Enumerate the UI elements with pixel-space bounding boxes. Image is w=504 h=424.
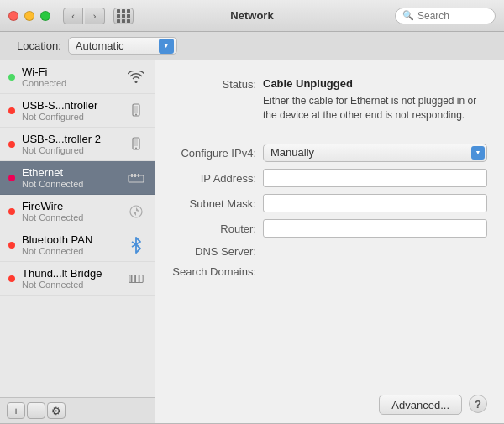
svg-rect-4 xyxy=(134,139,138,146)
status-dot-firewire xyxy=(8,208,15,215)
svg-rect-7 xyxy=(131,174,133,177)
router-input[interactable] xyxy=(263,219,487,238)
dns-label: DNS Server: xyxy=(172,244,256,258)
subnet-mask-input[interactable] xyxy=(263,194,487,212)
svg-rect-13 xyxy=(134,275,136,282)
sidebar-item-ethernet[interactable]: Ethernet Not Connected xyxy=(0,161,155,195)
router-row: Router: xyxy=(172,219,487,238)
status-section: Status: Cable Unplugged Either the cable… xyxy=(172,77,487,131)
maximize-button[interactable] xyxy=(40,11,50,21)
sidebar-item-firewire-status: Not Connected xyxy=(22,212,119,222)
search-icon: 🔍 xyxy=(402,10,414,21)
window-controls xyxy=(8,11,50,21)
sidebar-item-ethernet-name: Ethernet xyxy=(22,166,119,179)
apps-button[interactable] xyxy=(113,8,134,24)
status-description: Either the cable for Ethernet is not plu… xyxy=(263,94,487,123)
remove-network-button[interactable]: − xyxy=(27,402,45,419)
svg-point-5 xyxy=(135,147,137,149)
detail-panel: Status: Cable Unplugged Either the cable… xyxy=(155,60,504,423)
sidebar-toolbar: + − ⚙ xyxy=(0,397,155,423)
router-label: Router: xyxy=(172,222,256,235)
help-button[interactable]: ? xyxy=(469,395,487,413)
forward-button[interactable]: › xyxy=(85,8,105,24)
sidebar-item-thunderbolt[interactable]: Thund...lt Bridge Not Connected xyxy=(0,262,155,296)
search-domains-label: Search Domains: xyxy=(172,264,256,278)
ip-row: IP Address: xyxy=(172,169,487,187)
main-content: Wi-Fi Connected USB-S...ntroller xyxy=(0,60,504,423)
sidebar-item-wifi-name: Wi-Fi xyxy=(22,65,119,78)
status-dot-bluetooth xyxy=(8,242,15,249)
sidebar-item-usb2[interactable]: USB-S...troller 2 Not Configured xyxy=(0,128,155,161)
phone-icon-1 xyxy=(126,101,146,121)
sidebar-item-bluetooth-status: Not Connected xyxy=(22,246,119,256)
search-input[interactable] xyxy=(417,10,493,22)
svg-rect-8 xyxy=(134,174,136,177)
sidebar-item-usb2-status: Not Configured xyxy=(22,145,119,155)
bluetooth-icon xyxy=(126,235,146,255)
close-button[interactable] xyxy=(8,11,18,21)
subnet-row: Subnet Mask: xyxy=(172,194,487,212)
add-network-button[interactable]: + xyxy=(7,402,25,419)
search-bar[interactable]: 🔍 xyxy=(395,8,496,24)
status-dot-wifi xyxy=(8,74,15,81)
sidebar-item-usb1[interactable]: USB-S...ntroller Not Configured xyxy=(0,94,155,128)
svg-rect-1 xyxy=(134,106,138,113)
subnet-label: Subnet Mask: xyxy=(172,196,256,210)
firewire-icon xyxy=(126,202,146,222)
status-label: Status: xyxy=(172,77,256,91)
svg-point-2 xyxy=(135,113,137,115)
svg-rect-9 xyxy=(138,174,139,177)
sidebar-item-bluetooth[interactable]: Bluetooth PAN Not Connected xyxy=(0,228,155,262)
sidebar-item-wifi-status: Connected xyxy=(22,78,119,88)
sidebar-item-usb2-name: USB-S...troller 2 xyxy=(22,133,119,145)
sidebar-item-firewire-name: FireWire xyxy=(22,200,119,212)
titlebar: ‹ › Network 🔍 xyxy=(0,0,504,32)
location-select-wrap: Automatic Edit Locations... xyxy=(68,37,177,55)
configure-row: Configure IPv4: Manually Using DHCP Usin… xyxy=(172,144,487,162)
status-dot-thunderbolt xyxy=(8,275,15,282)
back-button[interactable]: ‹ xyxy=(63,8,83,24)
ip-label: IP Address: xyxy=(172,171,256,185)
sidebar: Wi-Fi Connected USB-S...ntroller xyxy=(0,60,155,423)
form-section: Configure IPv4: Manually Using DHCP Usin… xyxy=(172,144,487,378)
status-value: Cable Unplugged xyxy=(263,77,353,90)
status-dot-ethernet xyxy=(8,175,15,181)
nav-arrows: ‹ › xyxy=(63,8,105,24)
sidebar-list: Wi-Fi Connected USB-S...ntroller xyxy=(0,60,155,397)
sidebar-item-thunderbolt-name: Thund...lt Bridge xyxy=(22,267,119,280)
network-settings-button[interactable]: ⚙ xyxy=(47,402,66,419)
wifi-icon xyxy=(126,67,146,87)
sidebar-item-usb1-status: Not Configured xyxy=(22,112,119,122)
detail-action-buttons: Advanced... ? xyxy=(172,386,487,415)
phone-icon-2 xyxy=(126,134,146,154)
sidebar-item-usb1-name: USB-S...ntroller xyxy=(22,99,119,112)
status-row: Status: Cable Unplugged xyxy=(172,77,487,91)
location-label: Location: xyxy=(17,39,61,52)
status-dot-usb1 xyxy=(8,107,15,114)
configure-ipv4-select[interactable]: Manually Using DHCP Using DHCP with manu… xyxy=(263,144,487,162)
ethernet-icon xyxy=(126,168,146,188)
thunderbolt-icon xyxy=(126,269,146,289)
sidebar-item-bluetooth-name: Bluetooth PAN xyxy=(22,233,119,246)
sidebar-item-thunderbolt-status: Not Connected xyxy=(22,280,119,290)
svg-rect-14 xyxy=(139,275,140,282)
dns-row: DNS Server: xyxy=(172,244,487,258)
sidebar-item-ethernet-status: Not Connected xyxy=(22,179,119,189)
sidebar-item-firewire[interactable]: FireWire Not Connected xyxy=(0,195,155,228)
sidebar-item-wifi[interactable]: Wi-Fi Connected xyxy=(0,60,155,94)
configure-label: Configure IPv4: xyxy=(172,146,256,160)
svg-rect-12 xyxy=(131,275,133,282)
search-domains-row: Search Domains: xyxy=(172,264,487,278)
status-dot-usb2 xyxy=(8,141,15,148)
window-title: Network xyxy=(230,9,273,22)
ip-address-input[interactable] xyxy=(263,169,487,187)
location-bar: Location: Automatic Edit Locations... xyxy=(0,32,504,60)
configure-select-wrap: Manually Using DHCP Using DHCP with manu… xyxy=(263,144,487,162)
location-select[interactable]: Automatic Edit Locations... xyxy=(68,37,177,55)
minimize-button[interactable] xyxy=(24,11,34,21)
advanced-button[interactable]: Advanced... xyxy=(379,395,462,415)
